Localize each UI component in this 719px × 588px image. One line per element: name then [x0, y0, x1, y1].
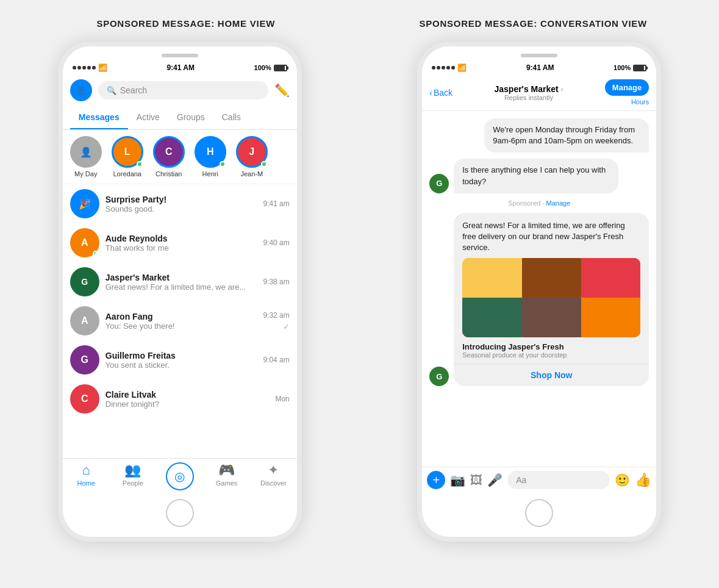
- story-avatar-myday: 👤: [70, 136, 102, 168]
- nav-home-label: Home: [77, 479, 95, 487]
- camera-input-icon[interactable]: 📷: [450, 473, 465, 487]
- conv-aaron[interactable]: A Aaron Fang You: See you there! 9:32 am…: [63, 301, 297, 340]
- bot-avatar-2: G: [429, 367, 449, 386]
- checkmark-icon: ✓: [283, 322, 290, 331]
- home-button-circle: [166, 499, 194, 527]
- story-name-henri: Henri: [202, 170, 218, 177]
- story-name-loredana: Loredana: [113, 170, 142, 177]
- phone-screen: 📶 9:41 AM 100% 👤 🔍 Search ✏️: [63, 61, 297, 493]
- tab-messages[interactable]: Messages: [70, 106, 128, 129]
- signal-dots: [73, 66, 96, 70]
- product-title: Introducing Jasper's Fresh: [462, 342, 640, 351]
- status-bar-2: 📶 9:41 AM 100%: [422, 61, 656, 74]
- tab-groups[interactable]: Groups: [168, 106, 213, 129]
- conv-avatar-surprise: 🎉: [70, 189, 99, 218]
- story-loredana[interactable]: L Loredana: [112, 136, 143, 177]
- conv-claire[interactable]: C Claire Litvak Dinner tonight? Mon: [63, 379, 297, 418]
- conv-preview-surprise: Sounds good.: [106, 204, 257, 213]
- conv-meta-aude: 9:40 am: [263, 238, 289, 247]
- home-button-circle-2: [525, 499, 553, 527]
- phone-home-button-2[interactable]: [422, 493, 656, 537]
- phone-speaker-2: [521, 54, 557, 57]
- story-avatar-christian: C: [153, 136, 185, 168]
- story-henri[interactable]: H Henri: [195, 136, 226, 177]
- search-bar[interactable]: 🔍 Search: [98, 81, 268, 99]
- conv-name-claire: Claire Litvak: [106, 390, 270, 400]
- msg-bot: Is there anything else I can help you wi…: [454, 159, 618, 193]
- nav-discover[interactable]: ✦ Discover: [250, 462, 297, 490]
- conv-guillermo[interactable]: G Guillermo Freitas You sent a sticker. …: [63, 340, 297, 379]
- story-my-day[interactable]: 👤 My Day: [70, 136, 102, 177]
- fruit-grid: [462, 258, 640, 337]
- bot-avatar: G: [429, 174, 449, 193]
- nav-games-label: Games: [216, 479, 237, 487]
- wifi-icon-2: 📶: [457, 63, 467, 72]
- conv-meta-jasper: 9:38 am: [263, 278, 289, 286]
- conv-jasper[interactable]: G Jasper's Market Great news! For a limi…: [63, 262, 297, 301]
- product-subtitle: Seasonal produce at your doorstep: [462, 351, 640, 359]
- emoji-icon[interactable]: 🙂: [615, 473, 630, 487]
- nav-games[interactable]: 🎮 Games: [203, 462, 250, 490]
- conv-name-aude: Aude Reynolds: [106, 234, 257, 243]
- fruit-tomatoes: [581, 258, 640, 298]
- chevron-right-icon: ›: [561, 85, 563, 93]
- product-image: [462, 258, 640, 337]
- stories-row: 👤 My Day L Loredana C Christian: [63, 130, 297, 184]
- conv-meta-guillermo: 9:04 am: [263, 356, 289, 364]
- hours-button[interactable]: Hours: [631, 98, 649, 106]
- games-icon: 🎮: [218, 462, 235, 478]
- nav-people[interactable]: 👥 People: [110, 462, 157, 490]
- conv-name-jasper: Jasper's Market: [106, 273, 257, 282]
- conv-avatar-claire: C: [70, 384, 99, 414]
- manage-link[interactable]: Manage: [546, 199, 571, 207]
- image-input-icon[interactable]: 🖼: [470, 473, 482, 487]
- nav-home[interactable]: ⌂ Home: [63, 462, 110, 490]
- status-left-2: 📶: [432, 63, 467, 72]
- conv-surprise-party[interactable]: 🎉 Surprise Party! Sounds good. 9:41 am: [63, 184, 297, 223]
- nav-discover-label: Discover: [260, 479, 287, 487]
- conv-avatar-aaron: A: [70, 306, 99, 335]
- phone-top-bar-2: [422, 46, 656, 61]
- tab-active[interactable]: Active: [128, 106, 168, 129]
- compose-icon[interactable]: ✏️: [274, 83, 290, 98]
- home-icon: ⌂: [82, 462, 90, 478]
- conv-info-guillermo: Guillermo Freitas You sent a sticker.: [106, 351, 257, 370]
- home-view-phone: 📶 9:41 AM 100% 👤 🔍 Search ✏️: [58, 41, 302, 542]
- story-jeanm[interactable]: J Jean-M: [236, 136, 268, 177]
- phone-home-button[interactable]: [63, 493, 297, 537]
- story-christian[interactable]: C Christian: [153, 136, 185, 177]
- tab-calls[interactable]: Calls: [213, 106, 249, 129]
- battery-pct: 100%: [254, 64, 271, 71]
- camera-icon: ◎: [174, 469, 185, 484]
- phone-speaker: [162, 54, 198, 57]
- nav-camera[interactable]: ◎: [156, 462, 203, 490]
- sponsored-card-inner: Great news! For a limited time, we are o…: [454, 213, 649, 364]
- chat-input-bar: + 📷 🖼 🎤 Aa 🙂 👍: [422, 467, 656, 493]
- back-button[interactable]: ‹ Back: [429, 88, 453, 98]
- conv-header-name: Jasper's Market ›: [457, 84, 600, 94]
- message-input[interactable]: Aa: [507, 471, 610, 489]
- fruit-mushrooms: [522, 258, 581, 298]
- conv-info-surprise: Surprise Party! Sounds good.: [106, 195, 257, 213]
- mic-input-icon[interactable]: 🎤: [487, 473, 503, 487]
- status-left: 📶: [73, 63, 107, 72]
- conv-avatar-guillermo: G: [70, 345, 99, 375]
- signal-dots-2: [432, 66, 455, 70]
- conv-time-guillermo: 9:04 am: [263, 356, 289, 364]
- chat-area: We're open Monday through Friday from 9a…: [422, 111, 656, 467]
- conv-preview-guillermo: You sent a sticker.: [106, 360, 257, 370]
- conv-aude[interactable]: A Aude Reynolds That works for me 9:40 a…: [63, 223, 297, 262]
- user-avatar[interactable]: 👤: [70, 79, 92, 101]
- battery-icon-2: [633, 65, 646, 71]
- manage-button[interactable]: Manage: [605, 79, 649, 96]
- online-dot-jeanm: [261, 161, 267, 167]
- shop-now-button[interactable]: Shop Now: [454, 364, 649, 386]
- thumbs-up-icon[interactable]: 👍: [635, 472, 651, 488]
- conv-preview-claire: Dinner tonight?: [106, 400, 270, 409]
- conversation-view-title: SPONSORED MESSAGE: CONVERSATION VIEW: [420, 18, 647, 29]
- conversation-view-phone: 📶 9:41 AM 100% ‹ Back: [417, 41, 661, 542]
- sponsored-msg-row: G Great news! For a limited time, we are…: [429, 213, 649, 387]
- conv-header-sub: Replies instantly: [457, 94, 600, 101]
- add-button[interactable]: +: [427, 471, 445, 489]
- status-time: 9:41 AM: [166, 63, 195, 72]
